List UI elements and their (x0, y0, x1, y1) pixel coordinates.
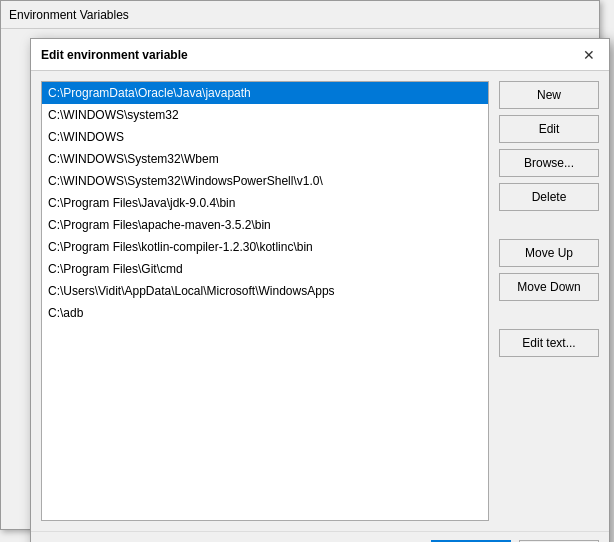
dialog-footer: OK Cancel (31, 531, 609, 542)
edit-text-button[interactable]: Edit text... (499, 329, 599, 357)
path-listbox[interactable]: C:\ProgramData\Oracle\Java\javapathC:\WI… (41, 81, 489, 521)
move-up-button[interactable]: Move Up (499, 239, 599, 267)
path-list-item[interactable]: C:\Program Files\Java\jdk-9.0.4\bin (42, 192, 488, 214)
dialog-body: C:\ProgramData\Oracle\Java\javapathC:\WI… (31, 71, 609, 531)
path-list-item[interactable]: C:\WINDOWS\system32 (42, 104, 488, 126)
path-list-area: C:\ProgramData\Oracle\Java\javapathC:\WI… (41, 81, 489, 521)
path-list-item[interactable]: C:\WINDOWS\System32\WindowsPowerShell\v1… (42, 170, 488, 192)
dialog-close-button[interactable]: ✕ (579, 45, 599, 65)
outer-window-title: Environment Variables (9, 8, 591, 22)
outer-titlebar: Environment Variables (1, 1, 599, 29)
browse-button[interactable]: Browse... (499, 149, 599, 177)
action-buttons-panel: New Edit Browse... Delete Move Up Move D… (499, 81, 599, 521)
move-down-button[interactable]: Move Down (499, 273, 599, 301)
path-list-item[interactable]: C:\Program Files\kotlin-compiler-1.2.30\… (42, 236, 488, 258)
edit-button[interactable]: Edit (499, 115, 599, 143)
path-list-item[interactable]: C:\WINDOWS (42, 126, 488, 148)
path-list-item[interactable]: C:\adb (42, 302, 488, 324)
path-list-item[interactable]: C:\Program Files\Git\cmd (42, 258, 488, 280)
path-list-item[interactable]: C:\Users\Vidit\AppData\Local\Microsoft\W… (42, 280, 488, 302)
path-list-item[interactable]: C:\WINDOWS\System32\Wbem (42, 148, 488, 170)
path-list-item[interactable]: C:\Program Files\apache-maven-3.5.2\bin (42, 214, 488, 236)
new-button[interactable]: New (499, 81, 599, 109)
dialog-titlebar: Edit environment variable ✕ (31, 39, 609, 71)
edit-env-dialog: Edit environment variable ✕ C:\ProgramDa… (30, 38, 610, 542)
delete-button[interactable]: Delete (499, 183, 599, 211)
path-list-item[interactable]: C:\ProgramData\Oracle\Java\javapath (42, 82, 488, 104)
dialog-title: Edit environment variable (41, 48, 579, 62)
